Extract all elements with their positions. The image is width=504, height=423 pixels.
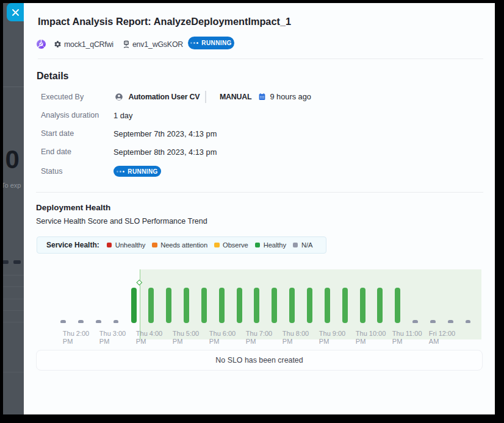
x-axis-label: Thu 6:00 PM — [209, 330, 236, 346]
backdrop-row-line — [3, 286, 24, 287]
legend-label: Healthy — [264, 241, 286, 249]
x-axis-label: Thu 2:00 PM — [63, 330, 89, 346]
health-bar — [201, 288, 207, 324]
health-bar — [325, 288, 330, 324]
health-bar — [377, 288, 383, 324]
health-bar — [254, 288, 259, 324]
backdrop-header-divider — [3, 87, 24, 87]
slo-empty-message: No SLO has been created — [215, 356, 303, 364]
environment-icon — [123, 40, 130, 49]
detail-row-executed-by: Executed By Automation User CV MANUAL — [41, 91, 311, 103]
status-badge-header: RUNNING — [188, 37, 234, 49]
legend-swatch — [152, 243, 157, 248]
detail-label: Status — [41, 167, 113, 176]
detail-row-end-date: End date September 8th 2023, 4:13 pm — [41, 146, 217, 158]
legend-item: Observe — [214, 241, 248, 249]
health-bar — [219, 288, 225, 324]
executed-time-ago: 9 hours ago — [270, 92, 311, 101]
health-bar — [166, 288, 171, 324]
end-date-value: September 8th 2023, 4:13 pm — [113, 148, 217, 157]
na-bar — [448, 320, 453, 323]
backdrop-big-number: 0 — [5, 145, 19, 174]
health-bar — [289, 288, 295, 324]
health-bar — [307, 288, 312, 324]
value-separator — [205, 91, 206, 103]
legend-swatch — [214, 243, 220, 248]
x-axis-label: Thu 8:00 PM — [283, 330, 309, 346]
deployment-health-subtitle: Service Health Score and SLO Performance… — [36, 217, 207, 226]
x-axis-label: Thu 11:00 PM — [392, 330, 422, 346]
legend-label: Needs attention — [160, 241, 207, 249]
health-bar — [184, 288, 189, 324]
details-heading: Details — [37, 71, 68, 82]
x-axis-label: Thu 5:00 PM — [173, 330, 199, 346]
analysis-start-line — [140, 269, 141, 339]
na-bar — [113, 320, 119, 323]
legend-label: Unhealthy — [115, 241, 145, 249]
analysis-window-region — [140, 269, 482, 339]
legend-swatch — [107, 243, 112, 248]
backdrop-row-line — [3, 275, 24, 275]
dimmed-page-backdrop: 0 To exp — [3, 3, 24, 414]
legend-title: Service Health: — [46, 241, 99, 249]
na-bar — [412, 320, 418, 323]
x-axis-label: Thu 4:00 PM — [136, 330, 162, 346]
running-dots-icon — [117, 171, 124, 172]
drawer-title: Impact Analysis Report: AnalyzeDeploymen… — [38, 16, 291, 27]
detail-label: Executed By — [41, 93, 113, 101]
legend-item: N/A — [293, 241, 312, 249]
executed-by-user: Automation User CV — [129, 93, 200, 101]
analysis-duration-value: 1 day — [113, 111, 132, 120]
drawer-header-chips: mock1_qCRfwi env1_wGsKOR — [37, 38, 183, 51]
backdrop-row-line — [3, 322, 24, 322]
analysis-start-marker — [136, 280, 142, 285]
na-bar — [60, 320, 66, 323]
detail-row-status: Status RUNNING — [41, 164, 161, 179]
na-bar — [466, 320, 471, 323]
header-divider — [38, 59, 483, 59]
running-dots-icon — [190, 42, 198, 44]
start-date-value: September 7th 2023, 4:13 pm — [113, 129, 217, 138]
na-bar — [96, 320, 101, 323]
health-bar — [360, 288, 365, 324]
service-health-legend: Service Health: UnhealthyNeeds attention… — [37, 236, 326, 254]
legend-item: Needs attention — [152, 241, 207, 249]
monitored-service-name[interactable]: mock1_qCRfwi — [64, 40, 113, 49]
x-axis-label: Fri 12:00 AM — [429, 330, 455, 346]
slo-empty-state: No SLO has been created — [36, 350, 483, 371]
impact-analysis-drawer: Impact Analysis Report: AnalyzeDeploymen… — [24, 3, 495, 414]
x-axis-label: Thu 3:00 PM — [99, 330, 126, 346]
health-bar — [272, 288, 277, 324]
x-axis-label: Thu 10:00 PM — [356, 330, 386, 346]
na-bar — [78, 320, 84, 323]
health-bar — [148, 288, 154, 324]
legend-item: Healthy — [255, 241, 286, 249]
legend-label: N/A — [301, 241, 312, 249]
detail-row-analysis-duration: Analysis duration 1 day — [41, 109, 132, 121]
environment-name[interactable]: env1_wGsKOR — [132, 40, 183, 49]
health-bar — [237, 288, 242, 324]
health-bar — [131, 288, 137, 324]
user-avatar-icon — [115, 93, 123, 101]
detail-label: Analysis duration — [41, 111, 113, 119]
detail-label: Start date — [41, 129, 113, 138]
backdrop-row-line — [3, 310, 24, 311]
backdrop-bar-fragment — [13, 260, 21, 264]
srm-module-icon — [37, 40, 46, 49]
backdrop-section-line — [3, 372, 24, 372]
legend-swatch — [255, 243, 261, 248]
calendar-icon — [258, 93, 266, 101]
detail-row-start-date: Start date September 7th 2023, 4:13 pm — [41, 127, 217, 140]
x-axis-label: Thu 9:00 PM — [319, 330, 345, 346]
deployment-health-heading: Deployment Health — [36, 203, 110, 212]
legend-swatch — [293, 243, 298, 248]
section-divider — [36, 192, 483, 193]
close-drawer-button[interactable] — [7, 3, 24, 21]
legend-label: Observe — [223, 241, 248, 249]
detail-label: End date — [41, 148, 113, 156]
health-bar — [395, 288, 400, 324]
legend-item: Unhealthy — [107, 241, 145, 249]
service-gear-icon — [54, 40, 62, 48]
backdrop-row-line — [3, 299, 24, 299]
screen: 0 To exp Impact Analysis Report: Analyze… — [0, 0, 504, 423]
